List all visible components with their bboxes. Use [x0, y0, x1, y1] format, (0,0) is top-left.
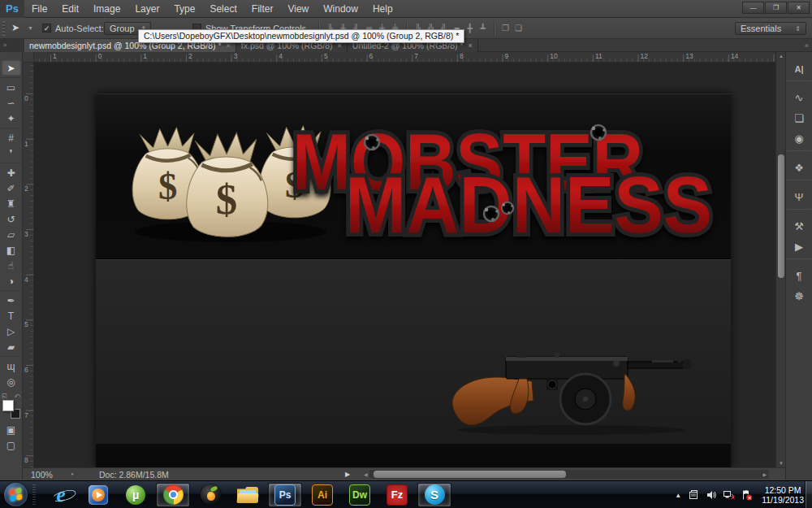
- smudge-tool[interactable]: ☝: [2, 258, 21, 273]
- ruler-number: 13: [685, 53, 693, 60]
- restore-button[interactable]: ❐: [765, 2, 787, 14]
- foreground-color-swatch[interactable]: [2, 400, 14, 411]
- menu-file[interactable]: File: [24, 0, 54, 18]
- navigator-panel-icon[interactable]: ☸: [788, 287, 810, 306]
- taskbar-clock[interactable]: 12:50 PM 11/19/2013: [762, 485, 804, 505]
- taskbar-button-utorrent[interactable]: µ: [119, 483, 153, 507]
- distribute-horizontal-centers-icon[interactable]: ╋: [464, 23, 475, 33]
- vertical-scrollbar[interactable]: ▲ ▼: [775, 52, 785, 467]
- auto-align-layers-icon[interactable]: ❐: [500, 23, 511, 33]
- gradient-tool[interactable]: ◧: [2, 242, 21, 258]
- swap-colors-icon[interactable]: ⤺: [15, 393, 20, 399]
- ruler-number: 10: [550, 53, 557, 60]
- lasso-tool[interactable]: ∽: [2, 95, 21, 111]
- menu-help[interactable]: Help: [365, 0, 400, 18]
- quick-selection-tool[interactable]: ✦: [2, 111, 21, 126]
- workspace-switcher-dropdown[interactable]: Essentials⇕: [735, 22, 806, 35]
- taskbar-button-chrome[interactable]: [156, 483, 190, 507]
- scroll-left-icon[interactable]: ◀: [364, 471, 368, 477]
- tools-panel-collapse-icon[interactable]: »: [0, 39, 24, 52]
- taskbar-button-photoshop[interactable]: Ps: [268, 483, 302, 507]
- ruler-number: 7: [414, 53, 418, 60]
- path-selection-tool[interactable]: ▷: [2, 323, 21, 339]
- window-controls: — ❐ ✕: [742, 2, 810, 14]
- history-brush-tool[interactable]: ↺: [2, 211, 21, 227]
- scroll-right-icon[interactable]: ▶: [762, 471, 767, 477]
- crop-tool[interactable]: #: [2, 130, 21, 145]
- menu-layer[interactable]: Layer: [127, 0, 166, 18]
- canvas[interactable]: $: [96, 93, 731, 467]
- eraser-tool[interactable]: ▱: [2, 227, 21, 242]
- menu-image[interactable]: Image: [86, 0, 127, 18]
- eyedropper-tool[interactable]: ❜: [2, 145, 21, 161]
- auto-select-checkbox[interactable]: ✓: [42, 24, 51, 33]
- default-colors-icon[interactable]: ◱: [2, 393, 7, 399]
- adjustments-panel-icon[interactable]: ◉: [788, 129, 810, 148]
- start-button[interactable]: [4, 483, 28, 506]
- flag-alert-icon[interactable]: ✕: [741, 489, 753, 501]
- zoom-level-field[interactable]: 100%: [31, 470, 53, 480]
- menu-filter[interactable]: Filter: [244, 0, 281, 18]
- pen-tool[interactable]: ✒: [2, 293, 21, 308]
- quick-mask-mode-button[interactable]: ▣: [2, 422, 21, 437]
- type-tool[interactable]: T: [2, 308, 21, 323]
- status-flyout-icon[interactable]: ▶: [345, 471, 350, 478]
- dock-collapse-icon[interactable]: «: [805, 41, 809, 50]
- brush-tool[interactable]: ✐: [2, 180, 21, 196]
- minimize-button[interactable]: —: [742, 2, 764, 14]
- horizontal-scrollbar-thumb[interactable]: [374, 471, 566, 478]
- rectangle-tool[interactable]: ▰: [2, 339, 21, 354]
- brush-panel-icon[interactable]: Ψ: [788, 188, 810, 206]
- taskbar-button-dreamweaver[interactable]: Dw: [343, 483, 377, 507]
- folder-icon: [237, 487, 258, 503]
- media-player-icon: [89, 485, 108, 505]
- filezilla-icon: Fz: [387, 485, 407, 505]
- paths-panel-icon[interactable]: ∿: [788, 89, 810, 107]
- actions-panel-icon[interactable]: ▶: [788, 237, 810, 256]
- taskbar-button-explorer[interactable]: [231, 483, 265, 507]
- show-desktop-button[interactable]: [805, 481, 812, 508]
- taskbar-button-filezilla[interactable]: Fz: [380, 483, 414, 507]
- clone-source-panel-icon[interactable]: ❏: [788, 109, 810, 128]
- taskbar-button-illustrator[interactable]: Ai: [305, 483, 339, 507]
- menu-window[interactable]: Window: [316, 0, 365, 18]
- 3d-mode-icon[interactable]: ❏: [513, 23, 524, 33]
- hidden-icons-arrow[interactable]: ▲: [675, 492, 681, 499]
- action-center-icon[interactable]: [687, 489, 699, 501]
- clone-stamp-tool[interactable]: ♜: [2, 196, 21, 211]
- close-button[interactable]: ✕: [788, 2, 810, 14]
- layers-panel-icon[interactable]: ❖: [788, 158, 810, 177]
- horizontal-scrollbar[interactable]: ▶: [369, 470, 769, 479]
- menu-view[interactable]: View: [280, 0, 316, 18]
- vertical-scrollbar-thumb[interactable]: [778, 154, 784, 278]
- taskbar-button-media-player[interactable]: [81, 483, 115, 507]
- zoom-tool[interactable]: ◎: [2, 374, 21, 389]
- rectangular-marquee-tool[interactable]: ▭: [2, 80, 21, 95]
- title-line-2: MADNESS: [345, 160, 712, 244]
- move-tool[interactable]: ➤: [2, 60, 21, 76]
- dodge-tool[interactable]: ◑: [2, 273, 21, 289]
- taskbar-button-internet-explorer[interactable]: e: [44, 483, 78, 507]
- volume-icon[interactable]: [705, 489, 717, 501]
- hand-tool[interactable]: ɰ: [2, 358, 21, 374]
- network-error-icon[interactable]: ✕: [723, 489, 735, 501]
- character-panel-icon[interactable]: A|: [788, 59, 810, 78]
- dreamweaver-icon: Dw: [349, 484, 370, 506]
- tab-close-icon[interactable]: ×: [469, 40, 473, 52]
- taskbar-button-skype[interactable]: S: [417, 483, 451, 507]
- distribute-right-edges-icon[interactable]: ┻: [477, 23, 488, 33]
- options-bar-grip: [2, 21, 5, 36]
- menu-edit[interactable]: Edit: [54, 0, 86, 18]
- menu-type[interactable]: Type: [166, 0, 202, 18]
- healing-brush-tool[interactable]: ✚: [2, 165, 21, 180]
- ruler-number: 6: [24, 367, 28, 374]
- windows-flag-icon: [9, 487, 22, 501]
- tool-presets-panel-icon[interactable]: ⚒: [788, 217, 810, 236]
- extra-icons-group: ❐❏: [500, 23, 524, 33]
- paragraph-panel-icon[interactable]: ¶: [788, 267, 810, 285]
- document-viewport[interactable]: $: [34, 63, 775, 467]
- tool-preset-dropdown-icon[interactable]: ▼: [28, 25, 33, 31]
- taskbar-button-fl-studio[interactable]: [193, 483, 227, 507]
- menu-select[interactable]: Select: [202, 0, 244, 18]
- screen-mode-button[interactable]: ▢: [2, 437, 21, 453]
